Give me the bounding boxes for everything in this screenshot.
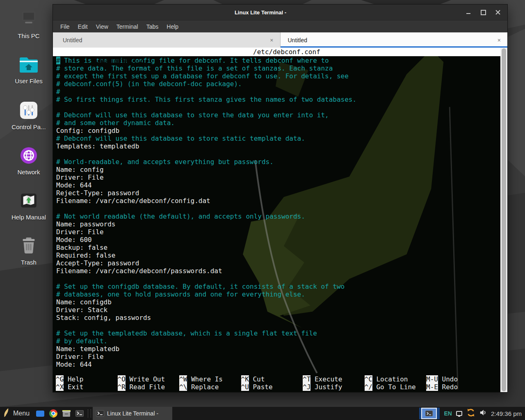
terminal-tab-2[interactable]: Untitled×	[281, 32, 508, 48]
editor-line: Reject-Type: password	[56, 189, 500, 197]
taskbar-handle[interactable]	[88, 409, 91, 418]
nano-version: GNU nano 7.2	[84, 57, 143, 64]
shortcut-key: ^T	[303, 375, 310, 383]
shortcut-location: ^C Location	[365, 375, 427, 383]
clock[interactable]: 2:49:36 pm	[491, 410, 522, 417]
editor-line: Accept-Type: password	[56, 259, 500, 267]
editor-line: Mode: 644	[56, 181, 500, 189]
desktop-icon-this-pc[interactable]: This PC	[3, 11, 54, 39]
updates-icon[interactable]	[466, 408, 475, 419]
shortcut-key: ^R	[118, 383, 126, 391]
close-icon[interactable]	[493, 8, 502, 17]
workspace-switcher[interactable]	[419, 408, 440, 419]
keyboard-layout-indicator[interactable]: EN	[444, 410, 452, 417]
active-workspace[interactable]	[421, 408, 437, 419]
menu-bar: FileEditViewTerminalTabsHelp	[53, 20, 507, 32]
show-desktop-icon[interactable]	[35, 407, 46, 420]
nano-editor[interactable]: GNU nano 7.2 /etc/debconf.conf # This is…	[53, 48, 500, 392]
shortcut-key: ^/	[365, 383, 372, 391]
shortcut-redo: M-E Redo	[426, 383, 493, 391]
shortcut-cut: ^K Cut	[241, 375, 303, 383]
terminal-icon	[96, 410, 104, 417]
taskbar-window-button[interactable]: Linux Lite Terminal -	[93, 407, 172, 420]
terminal-tab-1[interactable]: Untitled×	[53, 32, 281, 48]
desktop-icon-label: Network	[17, 169, 40, 176]
terminal-scrollbar-thumb[interactable]	[502, 48, 506, 391]
terminal-launcher-icon[interactable]	[74, 407, 85, 420]
menu-item-terminal[interactable]: Terminal	[112, 21, 142, 33]
terminal-area: GNU nano 7.2 /etc/debconf.conf # This is…	[53, 48, 507, 392]
maximize-icon[interactable]	[479, 8, 488, 17]
terminal-scrollbar-track[interactable]	[500, 48, 507, 392]
desktop-icon-label: Control Pa...	[11, 123, 46, 130]
volume-icon[interactable]	[479, 409, 487, 418]
shortcut-label: Paste	[249, 383, 273, 391]
editor-line	[56, 275, 500, 283]
desktop-icon-network[interactable]: Network	[3, 146, 54, 176]
shortcut-key: ^J	[303, 383, 310, 391]
desktop-icon-control-panel[interactable]: Control Pa...	[3, 101, 54, 130]
editor-line: Driver: File	[56, 228, 500, 236]
editor-line: # Not world readable (the default), and …	[56, 212, 500, 220]
nano-file-path: /etc/debconf.conf	[253, 48, 320, 56]
desktop-icon-trash[interactable]: Trash	[3, 237, 54, 266]
desktop-icon-label: Help Manual	[11, 214, 46, 221]
menu-item-edit[interactable]: Edit	[74, 21, 92, 33]
display-settings-icon[interactable]	[456, 411, 462, 416]
taskbar-window-label: Linux Lite Terminal -	[107, 410, 158, 417]
shortcut-key: ^C	[365, 375, 372, 383]
editor-line: Name: config	[56, 166, 500, 173]
nano-text-buffer[interactable]: # This is the main config file for debco…	[53, 56, 500, 368]
shortcut-label: Read File	[126, 383, 165, 391]
sliders-icon	[19, 101, 38, 121]
shortcut-key: ^\	[179, 383, 187, 391]
editor-line	[56, 322, 500, 329]
file-manager-icon[interactable]	[61, 407, 72, 420]
shortcut-execute: ^T Execute	[303, 375, 365, 383]
menu-item-tabs[interactable]: Tabs	[142, 21, 163, 33]
menu-button[interactable]: Menu	[0, 407, 34, 420]
menu-item-view[interactable]: View	[92, 21, 112, 33]
home-folder-icon	[19, 56, 39, 75]
taskbar: Menu Linux Lite Terminal -	[0, 407, 525, 420]
shortcut-key: M-E	[426, 383, 438, 391]
trash-icon	[19, 237, 38, 257]
editor-line: # Set up the templatedb database, which …	[56, 329, 500, 337]
workspace-terminal-icon	[425, 411, 433, 416]
shortcut-label: Execute	[310, 375, 342, 383]
desktop-icon-user-files[interactable]: User Files	[3, 56, 54, 84]
shortcut-write-out: ^O Write Out	[118, 375, 180, 383]
shortcut-key: ^K	[241, 375, 249, 383]
tab-label: Untitled	[63, 37, 82, 43]
editor-line: # Debconf will use this database to stor…	[56, 135, 500, 142]
editor-line	[56, 150, 500, 158]
shortcut-label: Location	[372, 375, 408, 383]
window-title: Linux Lite Terminal -	[235, 9, 286, 16]
nano-shortcut-bar: ^G Help^X Exit^O Write Out^R Read File^W…	[56, 375, 493, 391]
editor-line: Driver: Stack	[56, 306, 500, 314]
editor-line: # debconf.conf(5) (in the debconf-doc pa…	[56, 80, 500, 88]
desktop-icon-help-manual[interactable]: Help Manual	[3, 191, 54, 221]
shortcut-label: Where Is	[187, 375, 223, 383]
editor-line: Mode: 600	[56, 236, 500, 244]
minimize-icon[interactable]	[464, 8, 473, 17]
chrome-browser-icon[interactable]	[48, 407, 59, 420]
editor-line: Driver: File	[56, 353, 500, 361]
shortcut-key: ^U	[241, 383, 249, 391]
window-titlebar[interactable]: Linux Lite Terminal -	[53, 5, 507, 20]
shortcut-label: Write Out	[126, 375, 165, 383]
shortcut-key: ^G	[56, 375, 64, 383]
laptop-icon	[18, 11, 39, 30]
shortcut-key: M-U	[426, 375, 438, 383]
linux-lite-feather-icon	[3, 408, 10, 419]
shortcut-label: Cut	[249, 375, 265, 383]
menu-item-help[interactable]: Help	[162, 21, 183, 33]
menu-item-file[interactable]: File	[56, 21, 74, 33]
shortcut-justify: ^J Justify	[303, 383, 365, 391]
editor-line: Name: passwords	[56, 220, 500, 228]
tab-close-icon[interactable]: ×	[270, 37, 273, 43]
tab-label: Untitled	[288, 37, 307, 43]
tab-close-icon[interactable]: ×	[498, 37, 501, 43]
shortcut-label: Justify	[310, 383, 342, 391]
editor-line: # So first things first. This first stan…	[56, 96, 500, 103]
